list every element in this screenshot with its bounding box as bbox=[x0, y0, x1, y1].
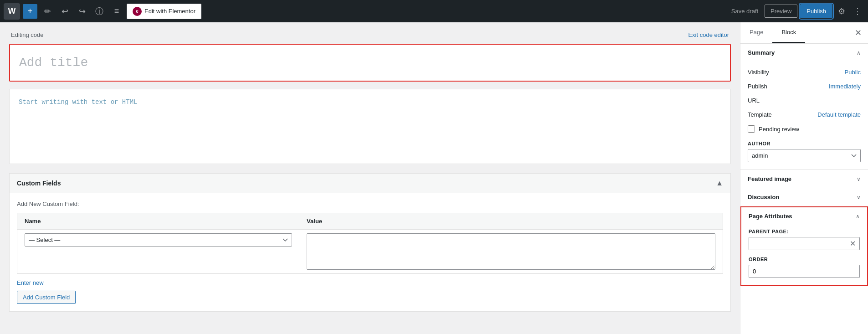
summary-body: Visibility Public Publish Immediately UR… bbox=[740, 62, 868, 170]
publish-row: Publish Immediately bbox=[748, 79, 861, 93]
author-label: AUTHOR bbox=[748, 141, 861, 146]
undo-icon: ↩ bbox=[62, 6, 68, 16]
add-custom-field-button[interactable]: Add Custom Field bbox=[17, 291, 76, 304]
discussion-section: Discussion ∨ bbox=[740, 188, 868, 206]
editor-area: Editing code Exit code editor Custom Fie… bbox=[0, 22, 740, 334]
name-column-header: Name bbox=[17, 213, 300, 230]
custom-fields-collapse-button[interactable]: ▲ bbox=[716, 179, 723, 187]
settings-button[interactable]: ⚙ bbox=[835, 4, 848, 19]
featured-image-title: Featured image bbox=[748, 175, 791, 182]
author-wrapper: AUTHOR admin bbox=[748, 141, 861, 162]
info-icon: ⓘ bbox=[95, 6, 103, 17]
pending-review-checkbox[interactable] bbox=[748, 125, 755, 133]
featured-image-section: Featured image ∨ bbox=[740, 170, 868, 188]
elementor-button-label: Edit with Elementor bbox=[144, 8, 195, 15]
title-block bbox=[9, 44, 731, 82]
custom-fields-section: Custom Fields ▲ Add New Custom Field: Na… bbox=[9, 173, 731, 312]
parent-page-input-wrapper: ✕ bbox=[749, 237, 860, 250]
parent-page-label: PARENT PAGE: bbox=[749, 229, 860, 234]
parent-page-input[interactable] bbox=[749, 237, 846, 250]
pending-review-label: Pending review bbox=[759, 126, 799, 133]
page-attributes-section: Page Attributes ∧ PARENT PAGE: ✕ ORDER bbox=[740, 206, 868, 286]
editing-code-label: Editing code bbox=[11, 31, 44, 38]
elementor-icon-text: e bbox=[136, 9, 139, 14]
summary-title: Summary bbox=[748, 49, 775, 56]
page-attributes-body: PARENT PAGE: ✕ ORDER bbox=[741, 225, 867, 285]
edit-pencil-button[interactable]: ✏ bbox=[40, 4, 55, 19]
publish-button[interactable]: Publish bbox=[800, 4, 832, 18]
page-attributes-title: Page Attributes bbox=[749, 213, 792, 220]
undo-button[interactable]: ↩ bbox=[57, 4, 72, 19]
enter-new-link[interactable]: Enter new bbox=[17, 279, 723, 286]
wp-logo-text: W bbox=[8, 6, 16, 16]
custom-fields-table: Name Value — Select — bbox=[17, 213, 723, 274]
publish-value[interactable]: Immediately bbox=[829, 83, 861, 90]
parent-page-clear-button[interactable]: ✕ bbox=[846, 239, 859, 248]
discussion-header[interactable]: Discussion ∨ bbox=[740, 188, 868, 206]
sidebar-close-button[interactable]: ✕ bbox=[848, 28, 868, 38]
content-block bbox=[9, 89, 731, 164]
info-button[interactable]: ⓘ bbox=[92, 4, 107, 19]
gear-icon: ⚙ bbox=[838, 7, 845, 16]
exit-code-editor-link[interactable]: Exit code editor bbox=[688, 31, 729, 38]
redo-icon: ↪ bbox=[79, 6, 86, 16]
list-icon: ≡ bbox=[114, 6, 119, 16]
cf-value-input[interactable] bbox=[307, 233, 715, 270]
add-block-button[interactable]: + bbox=[23, 4, 37, 19]
list-view-button[interactable]: ≡ bbox=[109, 4, 124, 19]
tab-page[interactable]: Page bbox=[740, 22, 772, 43]
redo-button[interactable]: ↪ bbox=[75, 4, 89, 19]
more-options-button[interactable]: ⋮ bbox=[851, 4, 864, 19]
table-row: — Select — bbox=[17, 230, 723, 274]
add-icon: + bbox=[28, 6, 33, 16]
order-input[interactable] bbox=[749, 265, 860, 278]
main-layout: Editing code Exit code editor Custom Fie… bbox=[0, 22, 868, 334]
save-draft-button[interactable]: Save draft bbox=[728, 5, 762, 17]
add-new-label: Add New Custom Field: bbox=[17, 200, 723, 207]
visibility-row: Visibility Public bbox=[748, 65, 861, 79]
url-row: URL bbox=[748, 93, 861, 108]
pending-review-row: Pending review bbox=[748, 122, 861, 136]
url-label: URL bbox=[748, 97, 760, 104]
order-label: ORDER bbox=[749, 257, 860, 262]
discussion-title: Discussion bbox=[748, 194, 779, 200]
sidebar-tabs: Page Block ✕ bbox=[740, 22, 868, 44]
page-attributes-chevron: ∧ bbox=[856, 213, 860, 220]
editing-code-bar: Editing code Exit code editor bbox=[9, 31, 731, 38]
template-value[interactable]: Default template bbox=[817, 111, 861, 118]
template-row: Template Default template bbox=[748, 108, 861, 122]
custom-fields-body: Add New Custom Field: Name Value — Selec… bbox=[10, 193, 730, 311]
elementor-icon: e bbox=[133, 7, 142, 16]
sidebar: Page Block ✕ Summary ∧ Visibility Public… bbox=[740, 22, 868, 334]
template-label: Template bbox=[748, 111, 772, 118]
visibility-label: Visibility bbox=[748, 69, 769, 76]
discussion-chevron: ∨ bbox=[857, 194, 861, 200]
author-select[interactable]: admin bbox=[748, 149, 861, 162]
more-icon: ⋮ bbox=[853, 7, 862, 16]
page-attributes-header[interactable]: Page Attributes ∧ bbox=[741, 207, 867, 225]
wp-logo: W bbox=[4, 3, 20, 20]
visibility-value[interactable]: Public bbox=[845, 69, 861, 76]
summary-header[interactable]: Summary ∧ bbox=[740, 44, 868, 62]
cf-name-select[interactable]: — Select — bbox=[25, 233, 292, 247]
featured-image-chevron: ∨ bbox=[857, 176, 861, 182]
toolbar: W + ✏ ↩ ↪ ⓘ ≡ e Edit with Elementor Save… bbox=[0, 0, 868, 22]
summary-section: Summary ∧ Visibility Public Publish Imme… bbox=[740, 44, 868, 170]
tab-block[interactable]: Block bbox=[772, 22, 805, 43]
content-textarea[interactable] bbox=[10, 89, 730, 162]
pencil-icon: ✏ bbox=[44, 6, 51, 16]
title-input[interactable] bbox=[10, 45, 730, 81]
custom-fields-header: Custom Fields ▲ bbox=[10, 174, 730, 193]
toolbar-right: Save draft Preview Publish ⚙ ⋮ bbox=[728, 4, 864, 19]
value-column-header: Value bbox=[299, 213, 723, 230]
publish-label: Publish bbox=[748, 83, 767, 90]
featured-image-header[interactable]: Featured image ∨ bbox=[740, 170, 868, 188]
edit-with-elementor-button[interactable]: e Edit with Elementor bbox=[127, 4, 201, 19]
summary-chevron: ∧ bbox=[857, 50, 861, 56]
preview-button[interactable]: Preview bbox=[765, 5, 797, 18]
custom-fields-title: Custom Fields bbox=[17, 180, 61, 187]
